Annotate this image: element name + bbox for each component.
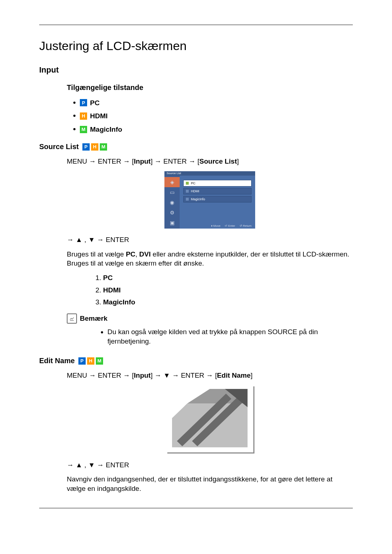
osd-item-pc: PC (183, 180, 252, 186)
note-label: Bemærk (80, 314, 107, 323)
down-arrow-icon: ▼ (163, 371, 170, 380)
h-icon: H (91, 143, 98, 151)
up-arrow-icon: ▲ (75, 460, 82, 470)
h-icon: H (87, 357, 94, 365)
source-list-content: MENU → ENTER → [Input] → ENTER → [Source… (39, 157, 353, 346)
nav-token: MENU (67, 372, 87, 379)
osd-item-label: HDMI (191, 189, 199, 193)
edit-name-heading: Edit Name (39, 356, 75, 366)
edit-name-content: MENU → ENTER → [Input] → ▼ → ENTER → [Ed… (39, 371, 353, 493)
down-arrow-icon: ▼ (88, 460, 95, 470)
m-icon: M (96, 357, 103, 365)
edit-body: Navngiv den indgangsenhed, der er tilslu… (67, 475, 353, 493)
manual-page: Justering af LCD-skærmen Input Tilgængel… (0, 0, 392, 554)
source-numbered-list: PC HDMI MagicInfo (67, 273, 353, 307)
nav-token-bold: Input (134, 157, 151, 165)
osd-foot-enter: ⏎ Enter (225, 224, 235, 228)
nav-token-bold: Edit Name (217, 372, 251, 379)
mode-item-magicinfo: M MagicInfo (80, 124, 353, 134)
osd-item-label: PC (191, 181, 196, 185)
osd-title: Source List (164, 171, 255, 176)
mode-item-hdmi: H HDMI (80, 111, 353, 121)
page-title: Justering af LCD-skærmen (39, 38, 353, 54)
modes-list: P PC H HDMI M MagicInfo (39, 98, 353, 134)
osd-item-hdmi: HDMI (183, 188, 252, 194)
osd-tab-multi-icon: ▣ (164, 218, 180, 228)
nav-token: ENTER (181, 372, 204, 379)
nav-arrows-edit: → ▲ , ▼ → ENTER (67, 460, 353, 470)
p-icon: P (80, 99, 87, 106)
list-item: MagicInfo (103, 297, 353, 307)
m-icon: M (80, 126, 87, 133)
osd-item-magicinfo: MagicInfo (183, 196, 252, 202)
osd-foot-return: ↺ Return (240, 224, 252, 228)
source-list-heading-row: Source List P H M (39, 142, 353, 152)
down-arrow-icon: ▼ (88, 235, 95, 245)
edit-name-illustration (166, 385, 253, 452)
mode-label: PC (90, 98, 99, 108)
list-item: HDMI (103, 286, 353, 295)
osd-foot-move: ♦ Move (211, 224, 221, 228)
nav-token: ENTER (106, 236, 129, 243)
nav-path-edit: MENU → ENTER → [Input] → ▼ → ENTER → [Ed… (67, 371, 353, 380)
osd-main: PC HDMI MagicInfo (180, 171, 255, 229)
mode-item-pc: P PC (80, 98, 353, 108)
note-row: Bemærk (67, 313, 353, 324)
nav-token-bold: Input (134, 372, 151, 379)
osd-tab-picture-icon: ▭ (164, 187, 180, 197)
up-arrow-icon: ▲ (75, 235, 82, 245)
osd-tab-input-icon: ◈ (164, 177, 180, 187)
nav-token: ENTER (98, 372, 121, 379)
nav-token: ENTER (106, 461, 129, 469)
bottom-divider (39, 508, 353, 508)
nav-token-bold: Source List (199, 157, 237, 165)
p-icon: P (82, 143, 90, 151)
osd-tab-sound-icon: ◉ (164, 197, 180, 208)
m-icon: M (100, 143, 107, 151)
nav-token: ENTER (163, 157, 187, 165)
source-body: Bruges til at vælge PC, DVI eller andre … (67, 250, 353, 268)
osd-footer: ♦ Move ⏎ Enter ↺ Return (180, 223, 255, 229)
list-item: PC (103, 273, 353, 283)
nav-token: MENU (67, 157, 87, 165)
osd-tab-setup-icon: ⚙ (164, 208, 180, 218)
note-icon (67, 313, 77, 324)
modes-heading: Tilgængelige tilstande (39, 83, 353, 93)
input-heading: Input (39, 65, 353, 75)
nav-arrows-source: → ▲ , ▼ → ENTER (67, 235, 353, 245)
nav-token: ENTER (98, 157, 121, 165)
badge-row: P H M (82, 143, 107, 151)
note-list: Du kan også vælge kilden ved at trykke p… (67, 327, 353, 346)
mode-label: MagicInfo (90, 125, 122, 134)
note-text: Du kan også vælge kilden ved at trykke p… (107, 327, 353, 346)
mode-label: HDMI (90, 111, 108, 121)
edit-name-heading-row: Edit Name P H M (39, 356, 353, 366)
top-divider (39, 25, 353, 25)
badge-row: P H M (78, 357, 103, 365)
source-list-heading: Source List (39, 142, 79, 152)
osd-item-label: MagicInfo (191, 197, 205, 201)
nav-path-source: MENU → ENTER → [Input] → ENTER → [Source… (67, 157, 353, 166)
p-icon: P (78, 357, 86, 365)
osd-sidebar: ◈ ▭ ◉ ⚙ ▣ (164, 171, 180, 229)
h-icon: H (80, 112, 87, 120)
osd-screenshot: Source List ◈ ▭ ◉ ⚙ ▣ PC HDMI MagicInfo … (164, 171, 255, 229)
